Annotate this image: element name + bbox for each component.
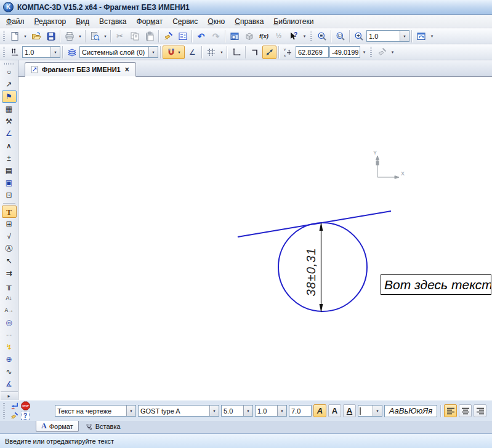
color-combo[interactable]: ▼ (358, 405, 382, 417)
align-center-button[interactable] (459, 404, 472, 417)
exchange-button[interactable]: ½ (272, 30, 286, 43)
tool-center-marker[interactable]: ⊕ (2, 353, 17, 366)
menu-view[interactable]: Вид (71, 16, 94, 27)
context-help-button[interactable] (286, 30, 300, 43)
panel-measurement[interactable]: ∠ (2, 127, 17, 140)
tool-table[interactable]: ⊞ (2, 218, 17, 230)
cursor-step-combo[interactable]: 1.0 ▼ (22, 46, 60, 58)
align-right-button[interactable] (474, 404, 486, 417)
zoom-in-button[interactable] (352, 30, 366, 43)
toolbar-grip[interactable] (3, 403, 5, 419)
new-document-button[interactable] (7, 30, 22, 43)
zoom-scale-combo[interactable]: 1.0 ▼ (366, 30, 409, 42)
document-tab[interactable]: Фрагмент БЕЗ ИМЕНИ1 × (25, 62, 136, 77)
print-dropdown[interactable]: ▼ (77, 30, 83, 43)
preview-3d-button[interactable] (242, 30, 256, 43)
text-style-combo[interactable]: Текст на чертеже ▼ (55, 405, 136, 417)
coordinate-x-field[interactable]: 62.8269 (296, 46, 329, 58)
chevron-down-icon[interactable]: ▼ (373, 406, 382, 416)
panel-reports[interactable]: ▣ (2, 177, 17, 189)
layer-combo[interactable]: Системный слой (0) ▼ (79, 46, 158, 58)
tool-roughness[interactable]: √ (2, 230, 17, 242)
menu-insert[interactable]: Вставка (94, 16, 132, 27)
chevron-down-icon[interactable]: ▼ (50, 47, 60, 57)
panel-dimensions[interactable]: ↗ (2, 78, 17, 90)
new-document-dropdown[interactable]: ▼ (22, 30, 28, 43)
underline-button[interactable]: A (343, 404, 356, 417)
tool-auto-axis[interactable]: ↯ (2, 341, 17, 353)
align-left-button[interactable] (444, 404, 457, 417)
styles-button[interactable] (9, 411, 20, 421)
toolbar-grip[interactable] (310, 31, 312, 42)
local-cs-button[interactable] (229, 46, 243, 59)
angle-snap-button[interactable]: ∠ (185, 46, 200, 59)
grid-dropdown[interactable]: ▼ (219, 46, 225, 59)
tab-insert[interactable]: Вставка (80, 421, 126, 432)
title-bar[interactable]: K КОМПАС-3D V15.2 x64 - Фрагмент БЕЗ ИМЕ… (0, 0, 492, 15)
line-step-field[interactable]: 7.0 (289, 405, 312, 417)
abort-command-button[interactable] (20, 401, 31, 411)
toolbar-grip[interactable] (3, 31, 5, 42)
menu-window[interactable]: Окно (203, 16, 230, 27)
panel-editing[interactable]: ⚒ (2, 115, 17, 127)
italic-button[interactable]: A (313, 404, 326, 417)
layers-button[interactable] (65, 46, 79, 59)
toolbar-options-button[interactable]: ▾ (429, 30, 435, 43)
toolbar-grip[interactable] (3, 47, 5, 58)
create-object-button[interactable] (9, 401, 20, 411)
properties-button[interactable] (175, 30, 190, 43)
panel-geometry[interactable]: ○ (2, 66, 17, 78)
menu-help[interactable]: Справка (230, 16, 268, 27)
redo-button[interactable]: ↷ (209, 30, 223, 43)
font-height-combo[interactable]: 5.0 ▼ (221, 405, 253, 417)
menu-format[interactable]: Формат (132, 16, 168, 27)
tool-centerline[interactable]: -·- (2, 329, 17, 341)
zoom-frame-button[interactable] (315, 30, 329, 43)
chevron-down-icon[interactable]: ▼ (209, 406, 219, 416)
tool-marking-leader[interactable]: ⇉ (2, 267, 17, 279)
variables-button[interactable]: f(x) (257, 30, 271, 43)
chevron-down-icon[interactable]: ▼ (126, 406, 135, 416)
bold-button[interactable]: A (328, 404, 341, 417)
annotation-text-box[interactable]: Вот здесь текст (381, 274, 491, 295)
menu-editor[interactable]: Редактор (30, 16, 71, 27)
coordinates-button[interactable] (281, 46, 295, 59)
chevron-down-icon[interactable]: ▼ (400, 31, 409, 41)
panel-parametrization[interactable]: ▦ (2, 103, 17, 115)
tool-view-designation[interactable]: ◎ (2, 316, 17, 329)
copy-button[interactable] (127, 30, 142, 43)
chevron-down-icon[interactable]: ▼ (148, 47, 158, 57)
drawing-canvas[interactable]: Y X 38±0,31 Вот здесь текст (18, 77, 492, 400)
narrowing-combo[interactable]: 1.0 ▼ (255, 405, 287, 417)
undo-button[interactable]: ↶ (194, 30, 208, 43)
tool-angle-designation[interactable]: ∡ (2, 378, 17, 390)
rounding-button[interactable] (262, 46, 276, 59)
toolbar-options-button[interactable]: ▾ (389, 46, 396, 59)
tool-line-text[interactable]: A→ (2, 304, 17, 316)
print-preview-dropdown[interactable]: ▼ (102, 30, 108, 43)
menu-file[interactable]: Файл (1, 16, 30, 27)
toolbar-options-button[interactable]: ▾ (301, 30, 308, 43)
panel-grip[interactable] (4, 63, 14, 65)
panel-scroll-button[interactable]: ▸ (1, 391, 18, 400)
tab-format[interactable]: А Формат (36, 421, 79, 432)
panel-specification[interactable]: ▤ (2, 164, 17, 177)
open-document-button[interactable] (29, 30, 43, 43)
print-preview-button[interactable] (87, 30, 102, 43)
panel-tolerances[interactable]: ± (2, 152, 17, 164)
print-button[interactable] (62, 30, 76, 43)
panel-selection[interactable]: ∧ (2, 140, 17, 152)
cut-button[interactable]: ✂ (113, 30, 127, 43)
vertical-dimension[interactable]: 38±0,31 (304, 222, 323, 313)
panel-designations[interactable]: ⚑ (2, 90, 17, 103)
toolbar-grip[interactable] (370, 47, 372, 58)
grid-button[interactable] (204, 46, 218, 59)
copy-properties-button[interactable] (161, 30, 175, 43)
coordinate-y-field[interactable]: -49.0199 (329, 46, 360, 58)
menu-service[interactable]: Сервис (167, 16, 203, 27)
tool-leader[interactable]: ↖ (2, 255, 17, 267)
close-icon[interactable]: × (124, 65, 131, 74)
tool-datum[interactable]: Ⓐ (2, 242, 17, 255)
drawn-circle[interactable] (278, 223, 367, 311)
save-button[interactable] (44, 30, 58, 43)
